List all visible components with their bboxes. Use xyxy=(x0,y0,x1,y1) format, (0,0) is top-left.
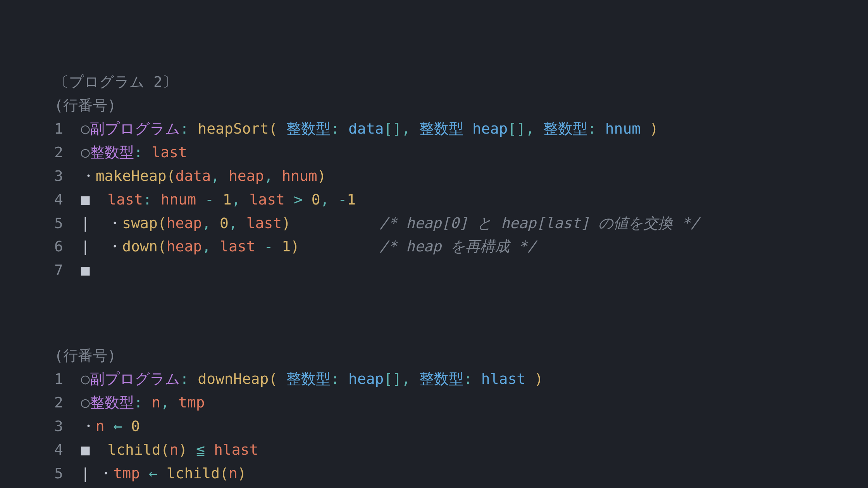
code-token xyxy=(273,238,282,255)
block2-lines: 1 ○副プログラム: downHeap( 整数型: heap[], 整数型: h… xyxy=(54,367,814,488)
code-token: 1 xyxy=(282,238,291,255)
code-token: tmp xyxy=(113,465,140,482)
code-token xyxy=(255,238,264,255)
code-token: 整数型 xyxy=(286,370,331,387)
code-token: hlast xyxy=(481,370,525,387)
code-token: 0 xyxy=(220,215,229,232)
block1-lines: 1 ○副プログラム: heapSort( 整数型: data[], 整数型 he… xyxy=(54,117,814,282)
code-token: : xyxy=(331,370,339,387)
code-token: heap xyxy=(167,238,202,255)
code-token: [] xyxy=(384,120,401,137)
line-number: 3 xyxy=(54,418,63,435)
code-token: ( xyxy=(158,238,167,255)
code-token: 整数型 xyxy=(90,394,134,411)
code-token xyxy=(410,370,419,387)
code-token: , xyxy=(229,215,238,232)
code-token: ・ xyxy=(107,215,122,232)
code-token: heapSort xyxy=(198,120,269,137)
code-token: ・ xyxy=(98,465,113,482)
code-token xyxy=(596,120,605,137)
code-token: | xyxy=(81,465,90,482)
code-token: > xyxy=(294,191,303,208)
code-token xyxy=(472,370,481,387)
code-token: ← xyxy=(113,418,122,435)
code-token xyxy=(329,191,338,208)
code-token: ) xyxy=(282,215,291,232)
line-number: 2 xyxy=(54,394,63,411)
code-token xyxy=(277,370,286,387)
code-token: 1 xyxy=(347,191,356,208)
line-number: 1 xyxy=(54,370,63,387)
code-token: 整数型 xyxy=(90,144,134,161)
code-token: n xyxy=(96,418,105,435)
code-token: data xyxy=(348,120,384,137)
code-token xyxy=(211,215,220,232)
code-token: : xyxy=(180,370,189,387)
code-token xyxy=(238,215,246,232)
code-token xyxy=(189,120,198,137)
code-token: : xyxy=(587,120,596,137)
code-token: , xyxy=(160,394,169,411)
code-token: , xyxy=(401,370,410,387)
code-token: 整数型 xyxy=(419,120,463,137)
code-token: , xyxy=(211,167,220,184)
code-token: hnum xyxy=(605,120,641,137)
code-token: : xyxy=(134,394,143,411)
line-number: 3 xyxy=(54,167,63,184)
code-token xyxy=(463,120,472,137)
code-token: ) xyxy=(178,441,187,458)
code-token: , xyxy=(202,215,211,232)
code-token: 副プログラム xyxy=(90,370,180,387)
code-token: ← xyxy=(149,465,158,482)
code-token xyxy=(241,191,250,208)
code-token: ( xyxy=(167,167,176,184)
code-token: | xyxy=(81,238,90,255)
line-number: 1 xyxy=(54,120,63,137)
code-token: - xyxy=(205,191,214,208)
code-token xyxy=(339,120,348,137)
line-header-1: (行番号) xyxy=(54,97,116,114)
code-token xyxy=(143,394,152,411)
line-number: 5 xyxy=(54,465,63,482)
code-token: : xyxy=(463,370,472,387)
code-token: last xyxy=(152,144,187,161)
code-token: , xyxy=(232,191,241,208)
code-token: , xyxy=(401,120,410,137)
code-token: heap xyxy=(472,120,508,137)
code-token: ○ xyxy=(81,394,90,411)
code-token: ○ xyxy=(81,120,90,137)
code-token: n xyxy=(169,441,178,458)
code-token: 0 xyxy=(131,418,140,435)
code-token: hnum xyxy=(161,191,196,208)
code-token: ・ xyxy=(81,167,96,184)
code-token xyxy=(90,465,99,482)
code-token: - xyxy=(338,191,347,208)
code-token: heap xyxy=(167,215,202,232)
code-token xyxy=(534,120,543,137)
code-token: n xyxy=(152,394,160,411)
code-token: ( xyxy=(220,465,229,482)
code-token: data xyxy=(176,167,211,184)
code-block: 〔プログラム 2〕 (行番号) 1 ○副プログラム: heapSort( 整数型… xyxy=(0,0,868,488)
code-token: , xyxy=(264,167,273,184)
code-token: 整数型 xyxy=(286,120,331,137)
code-token xyxy=(220,167,229,184)
code-token: hlast xyxy=(214,441,258,458)
code-token xyxy=(158,465,167,482)
code-token: heap xyxy=(229,167,264,184)
code-token: , xyxy=(202,238,211,255)
code-token: - xyxy=(264,238,273,255)
code-token xyxy=(90,238,108,255)
code-token: 0 xyxy=(312,191,320,208)
code-token: ) xyxy=(291,238,300,255)
code-token: ( xyxy=(269,120,277,137)
code-token xyxy=(140,465,149,482)
code-token: /* heap を再構成 */ xyxy=(379,238,536,255)
code-token: ) xyxy=(317,167,326,184)
code-token: ・ xyxy=(81,418,96,435)
code-token: : xyxy=(331,120,339,137)
line-number: 4 xyxy=(54,441,63,458)
code-token xyxy=(105,418,114,435)
code-token: last xyxy=(220,238,255,255)
code-token: last xyxy=(249,191,285,208)
